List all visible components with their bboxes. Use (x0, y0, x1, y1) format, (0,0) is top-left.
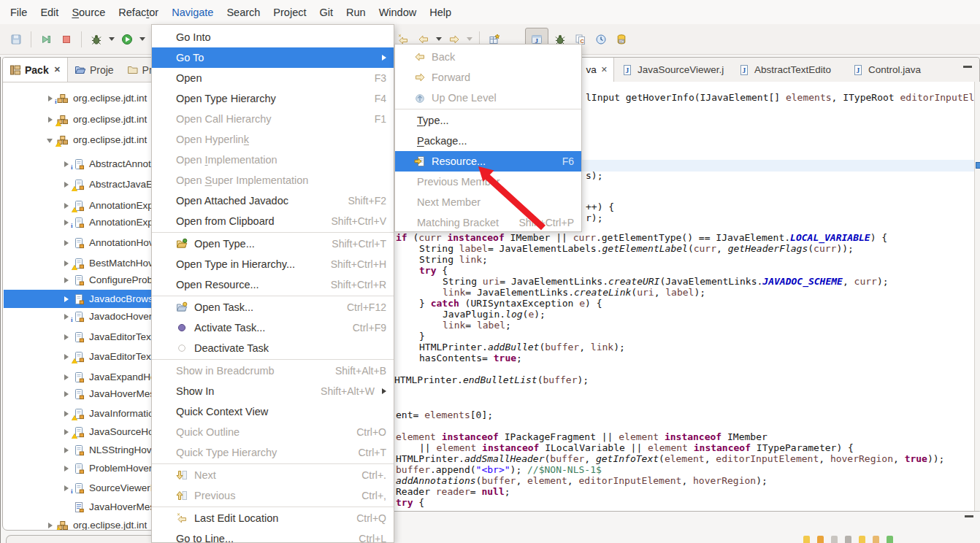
expander-collapsed-icon[interactable] (62, 464, 71, 473)
tab-close-icon[interactable]: ✕ (54, 65, 61, 74)
expander-collapsed-icon[interactable] (62, 160, 71, 169)
navigate-menu-item-gointo[interactable]: Go Into (152, 27, 394, 47)
save-icon[interactable] (7, 30, 26, 49)
expander-collapsed-icon[interactable] (62, 484, 71, 493)
menu-item-label: Forward (432, 72, 574, 83)
expander-collapsed-icon[interactable] (62, 259, 71, 268)
explorer-tab-proje-1[interactable]: Proje (68, 58, 120, 82)
menu-item-label: Open from Clipboard (176, 215, 318, 227)
expander-collapsed-icon[interactable] (62, 446, 71, 455)
arrowl-icon (414, 51, 426, 63)
navigate-menu-item-quickcontextview[interactable]: Quick Context View (152, 401, 394, 422)
editor-tab-javasourceviewerj[interactable]: JJavaSourceViewer.j (616, 58, 730, 82)
goto-menu-item-uponelevel[interactable]: Up One Level (395, 88, 581, 108)
editor-tab-controljava[interactable]: JControl.java (846, 58, 943, 82)
navigate-menu-item-opentypeinhierarchy[interactable]: Open Type in Hierarchy...Shift+Ctrl+H (152, 254, 394, 274)
navigate-menu-item-previous[interactable]: PreviousCtrl+, (152, 485, 394, 506)
goto-menu-item-type[interactable]: Type... (395, 110, 581, 131)
expander-collapsed-icon[interactable] (62, 353, 71, 361)
menubar-item-git[interactable]: Git (313, 0, 340, 24)
goto-menu-item-previousmember[interactable]: Previous Member (395, 172, 581, 192)
editor-minimize-icon[interactable] (963, 66, 972, 68)
navigate-menu-item-openresource[interactable]: Open Resource...Shift+Ctrl+R (152, 274, 394, 295)
tree-class-icon (73, 463, 85, 474)
git-perspective-icon[interactable]: GIT (612, 30, 631, 49)
run-icon[interactable] (118, 30, 137, 49)
expander-collapsed-icon[interactable] (62, 373, 71, 382)
goto-menu-item-matchingbracket[interactable]: Matching BracketShift+Ctrl+P (395, 212, 581, 232)
tree-class-icon: i (73, 217, 85, 228)
navigate-menu-item-lasteditlocation[interactable]: Last Edit LocationCtrl+Q (152, 508, 394, 528)
goto-menu-item-forward[interactable]: Forward (395, 67, 581, 88)
debug-icon[interactable] (87, 30, 106, 49)
menubar-item-run[interactable]: Run (340, 0, 372, 24)
navigate-menu-item-opensuperimplementation[interactable]: Open Super Implementation (152, 170, 394, 190)
menu-item-label: Show In (176, 385, 307, 397)
navigate-menu-item-deactivatetask[interactable]: Deactivate Task (152, 338, 394, 358)
navigate-menu-item-goto[interactable]: Go To (152, 47, 394, 68)
menubar-item-source[interactable]: Source (65, 0, 112, 24)
navigate-menu-item-quickoutline[interactable]: Quick OutlineCtrl+O (152, 422, 394, 442)
navigate-menu-item-openattachedjavadoc[interactable]: Open Attached JavadocShift+F2 (152, 190, 394, 211)
expander-collapsed-icon[interactable] (46, 115, 55, 124)
expander-collapsed-icon[interactable] (46, 94, 55, 103)
expander-expanded-icon[interactable] (46, 136, 55, 145)
navigate-menu-item-showin[interactable]: Show InShift+Alt+W (152, 381, 394, 401)
navigate-menu-item-open[interactable]: OpenF3 (152, 68, 394, 88)
navigate-menu-item-activatetask[interactable]: Activate Task...Ctrl+F9 (152, 317, 394, 338)
dropdown-caret-icon[interactable] (436, 37, 442, 41)
menu-item-label: Matching Bracket (417, 217, 506, 228)
menubar-item-window[interactable]: Window (372, 0, 424, 24)
menubar-item-edit[interactable]: Edit (34, 0, 65, 24)
menubar-item-search[interactable]: Search (220, 0, 267, 24)
dropdown-caret-icon[interactable] (467, 37, 472, 41)
menubar-item-refactor[interactable]: Refactor (112, 0, 165, 24)
navigate-menu-item-openhyperlink[interactable]: Open Hyperlink (152, 129, 394, 150)
navigate-menu-item-opentask[interactable]: Open Task...Ctrl+F12 (152, 297, 394, 317)
tree-item-label: JavaInformatio (89, 408, 154, 419)
goto-menu-item-nextmember[interactable]: Next Member (395, 192, 581, 212)
resume-icon[interactable] (37, 30, 55, 49)
terminate-icon[interactable] (57, 30, 76, 49)
menu-item-label: Type... (417, 115, 574, 126)
dropdown-caret-icon[interactable] (139, 37, 145, 41)
expander-collapsed-icon[interactable] (62, 333, 71, 342)
goto-menu-item-resource[interactable]: Resource...F6 (395, 151, 581, 172)
tab-close-icon[interactable]: ✕ (601, 65, 608, 74)
menu-item-label: Open Type... (194, 238, 318, 250)
expander-collapsed-icon[interactable] (62, 218, 71, 227)
expander-collapsed-icon[interactable] (62, 295, 71, 304)
explorer-tab-pack-0[interactable]: Pack✕ (3, 58, 68, 82)
navigate-menu-item-next[interactable]: NextCtrl+. (152, 465, 394, 485)
overview-ruler[interactable] (974, 82, 980, 511)
navigate-menu-item-opentype[interactable]: Open Type...Shift+Ctrl+T (152, 234, 394, 254)
navigate-menu-item-showinbreadcrumb[interactable]: Show in BreadcrumbShift+Alt+B (152, 361, 394, 381)
navigate-menu-item-openimplementation[interactable]: Open Implementation (152, 150, 394, 170)
expander-collapsed-icon[interactable] (62, 239, 71, 247)
editor-tab-abstracttextedito[interactable]: JAbstractTextEdito (732, 58, 842, 82)
navigate-menu-item-opentypehierarchy[interactable]: Open Type HierarchyF4 (152, 88, 394, 109)
navigate-menu-item-openfromclipboard[interactable]: Open from ClipboardShift+Ctrl+V (152, 211, 394, 231)
navigate-menu-item-quicktypehierarchy[interactable]: Quick Type HierarchyCtrl+T (152, 442, 394, 463)
menubar-item-navigate[interactable]: Navigate (165, 0, 220, 24)
menu-item-shortcut: Shift+Alt+W (321, 385, 375, 397)
navigate-menu-item-gotoline[interactable]: Go to Line...Ctrl+L (152, 528, 394, 543)
expander-collapsed-icon[interactable] (46, 521, 55, 530)
bottom-minimize-icon[interactable] (965, 515, 973, 517)
goto-menu-item-package[interactable]: Package... (395, 131, 581, 151)
clock-icon[interactable] (592, 30, 610, 49)
expander-collapsed-icon[interactable] (62, 180, 71, 189)
menubar-item-project[interactable]: Project (267, 0, 313, 24)
expander-collapsed-icon[interactable] (62, 428, 71, 436)
warning-decorator-icon (55, 121, 61, 126)
expander-collapsed-icon[interactable] (62, 201, 71, 210)
expander-collapsed-icon[interactable] (62, 312, 71, 321)
expander-collapsed-icon[interactable] (62, 276, 71, 285)
menubar-item-help[interactable]: Help (423, 0, 458, 24)
menubar-item-file[interactable]: File (4, 0, 34, 24)
dropdown-caret-icon[interactable] (109, 37, 115, 41)
goto-menu-item-back[interactable]: Back (395, 47, 581, 67)
expander-collapsed-icon[interactable] (62, 409, 71, 418)
navigate-menu-item-opencallhierarchy[interactable]: Open Call HierarchyF1 (152, 109, 394, 129)
expander-collapsed-icon[interactable] (62, 390, 71, 398)
